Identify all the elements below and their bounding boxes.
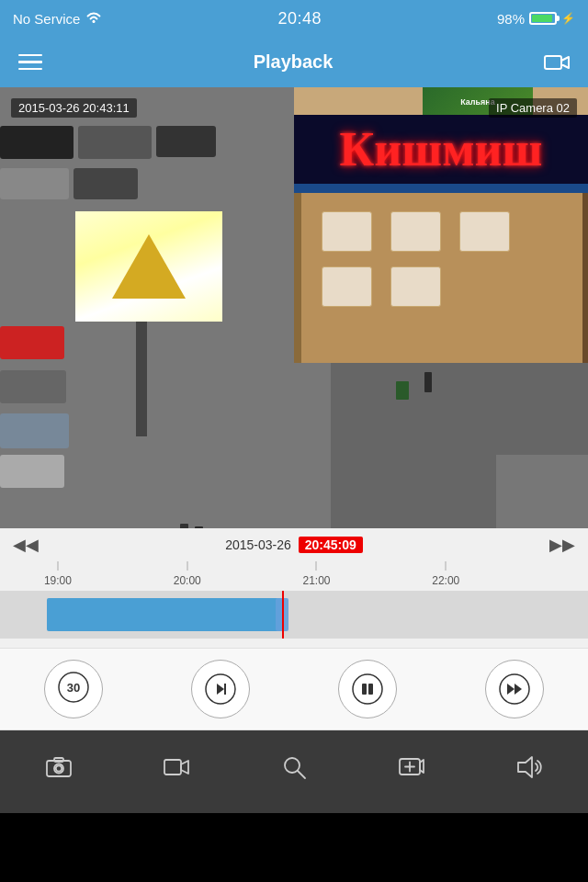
timeline-header: ◀◀ 2015-03-26 20:45:09 ▶▶ (0, 528, 588, 561)
tick-1900: 19:00 (44, 574, 72, 587)
svg-rect-17 (54, 758, 63, 762)
video-area: Кальяна Кишмиш (0, 87, 588, 528)
timeline-nav-right[interactable]: ▶▶ (549, 535, 575, 555)
svg-line-21 (298, 771, 305, 778)
recording-block (47, 598, 282, 631)
svg-point-8 (353, 674, 382, 704)
menu-button[interactable] (18, 54, 42, 71)
pause-button[interactable] (338, 660, 397, 718)
slow-play-button[interactable] (191, 660, 250, 718)
svg-marker-6 (217, 684, 224, 695)
status-bar: No Service 20:48 98% ⚡ (0, 0, 588, 37)
nav-bar: Playback (0, 37, 588, 87)
timeline-bar[interactable] (0, 591, 588, 639)
tick-2100: 21:00 (302, 574, 330, 587)
timeline-nav-left[interactable]: ◀◀ (13, 535, 39, 555)
svg-marker-19 (181, 761, 188, 774)
timeline-area: ◀◀ 2015-03-26 20:45:09 ▶▶ 19:00 20:00 21… (0, 528, 588, 648)
timeline-cursor (282, 591, 284, 639)
charging-icon: ⚡ (561, 12, 575, 25)
battery-icon (529, 12, 557, 25)
wifi-icon (85, 11, 102, 27)
fast-forward-button[interactable] (485, 660, 544, 718)
camera-outline-button[interactable] (544, 52, 570, 73)
svg-rect-18 (164, 760, 181, 775)
timeline-date: 2015-03-26 (225, 537, 291, 552)
signal-text: No Service (13, 11, 80, 27)
svg-point-16 (56, 765, 62, 771)
tab-video[interactable] (140, 754, 213, 780)
svg-rect-10 (368, 684, 373, 695)
tab-search[interactable] (257, 754, 331, 780)
status-left: No Service (13, 11, 102, 27)
svg-rect-9 (362, 684, 367, 695)
controls-bar: 30 (0, 648, 588, 730)
svg-marker-26 (518, 757, 532, 777)
svg-marker-12 (507, 684, 514, 695)
svg-text:30: 30 (67, 681, 80, 695)
rewind-30-label: 30 (57, 671, 90, 708)
tab-snapshot[interactable] (22, 754, 96, 780)
svg-rect-14 (47, 761, 71, 776)
svg-marker-23 (420, 760, 424, 773)
svg-marker-13 (514, 684, 522, 695)
svg-marker-2 (561, 57, 569, 68)
status-right: 98% ⚡ (497, 11, 575, 27)
timeline-ticks: 19:00 20:00 21:00 22:00 (0, 561, 588, 591)
timeline-current-time: 20:45:09 (299, 537, 363, 553)
battery-pct-text: 98% (497, 11, 525, 27)
video-camera-name: IP Camera 02 (489, 98, 577, 118)
svg-point-0 (93, 20, 96, 23)
tick-2000: 20:00 (174, 574, 201, 587)
tick-2200: 22:00 (432, 574, 459, 587)
rewind-30-button[interactable]: 30 (44, 660, 103, 718)
tab-audio[interactable] (492, 754, 566, 780)
tab-add-camera[interactable] (375, 754, 448, 780)
nav-title: Playback (254, 51, 334, 73)
video-timestamp: 2015-03-26 20:43:11 (11, 98, 137, 118)
status-time: 20:48 (277, 9, 322, 28)
tab-bar (0, 730, 588, 813)
svg-rect-1 (545, 56, 561, 69)
